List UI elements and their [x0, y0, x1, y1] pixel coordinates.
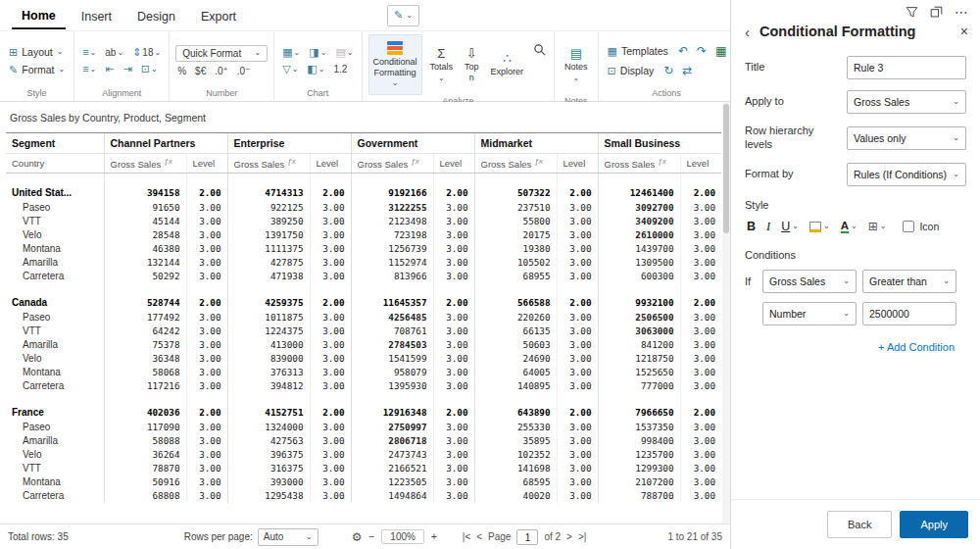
- table-row[interactable]: Paseo916503.009221253.0031222553.0023751…: [6, 201, 721, 215]
- redo-icon[interactable]: ↷: [695, 43, 709, 59]
- font-size-value: 18: [142, 48, 153, 58]
- value-cell: 91650: [104, 201, 186, 215]
- expand-icon[interactable]: [930, 6, 943, 19]
- value-cell: 3.00: [433, 448, 474, 462]
- vertical-scrollbar[interactable]: [722, 102, 730, 524]
- condition-field-select[interactable]: Gross Sales⌄: [762, 270, 857, 293]
- condition-value-input[interactable]: [862, 302, 956, 325]
- conditional-formatting-button[interactable]: Conditional Formatting ⌄: [368, 34, 422, 95]
- table-row[interactable]: VTT642423.0012243753.007087613.00661353.…: [6, 324, 721, 338]
- border-button[interactable]: ⊞⌄: [866, 218, 889, 235]
- add-condition-link[interactable]: + Add Condition: [731, 341, 955, 353]
- fill-color-button[interactable]: ⌄: [808, 220, 832, 234]
- table-row[interactable]: Velo285483.0013917503.007231983.00201753…: [6, 228, 721, 242]
- table-row[interactable]: Montana463803.0011113753.0012567393.0019…: [6, 242, 721, 256]
- increase-decimal-button[interactable]: .0⁺: [213, 66, 230, 77]
- tab-home[interactable]: Home: [12, 1, 66, 29]
- indent-decrease-button[interactable]: ⇤: [103, 63, 116, 75]
- percent-format-button[interactable]: %: [175, 66, 188, 77]
- totals-button[interactable]: Σ Totals ⌄: [426, 34, 458, 95]
- indent-increase-button[interactable]: ⇥: [122, 63, 134, 75]
- table-row[interactable]: Montana580683.003763133.009580793.006400…: [6, 366, 721, 379]
- table-row[interactable]: United Stat...3941582.0047143132.0091921…: [6, 185, 721, 201]
- table-row[interactable]: Canada5287442.0042593752.00116453572.005…: [6, 295, 721, 311]
- table-row[interactable]: VTT788703.003163753.0021665213.001416983…: [6, 462, 721, 475]
- refresh-icon[interactable]: ↻: [662, 63, 675, 78]
- chart-type-button-5[interactable]: ◧⌄: [305, 63, 326, 75]
- rows-per-page-select[interactable]: Auto⌄: [258, 528, 318, 546]
- table-row[interactable]: Velo362643.003963753.0024737433.00102352…: [6, 448, 721, 462]
- table-row[interactable]: Montana509163.003930003.0012235053.00685…: [6, 475, 721, 489]
- underline-button[interactable]: U⌄: [779, 218, 801, 235]
- table-row[interactable]: Carretera1172163.003948123.0013959303.00…: [6, 379, 721, 393]
- value-cell: 68955: [474, 270, 557, 283]
- format-by-select[interactable]: Rules (If Conditions)⌄: [847, 163, 966, 186]
- quick-format-select[interactable]: Quick Format⌄: [175, 45, 268, 62]
- apply-button[interactable]: Apply: [900, 511, 968, 538]
- decrease-decimal-button[interactable]: .0⁻: [235, 66, 253, 77]
- icon-checkbox[interactable]: Icon: [903, 221, 939, 232]
- gross-sales-header: Gross Salesƒx: [104, 154, 186, 174]
- swap-icon[interactable]: ⇄: [680, 63, 694, 78]
- tab-insert[interactable]: Insert: [72, 2, 122, 28]
- export-grid-icon[interactable]: ▦: [713, 43, 728, 59]
- chart-type-button-1[interactable]: ▦⌄: [280, 46, 302, 59]
- tab-design[interactable]: Design: [127, 2, 185, 28]
- zoom-in-button[interactable]: +: [431, 531, 437, 542]
- display-button[interactable]: ⊡Display: [605, 64, 658, 77]
- chart-type-button-2[interactable]: ◨⌄: [307, 46, 328, 59]
- format-button[interactable]: ✎ Format ⌄: [6, 63, 68, 76]
- next-page-button[interactable]: >: [566, 531, 572, 542]
- explorer-button[interactable]: ∴ Explorer: [487, 34, 528, 95]
- scrollbar-thumb[interactable]: [723, 104, 729, 233]
- close-icon[interactable]: ×: [960, 24, 968, 39]
- filter-icon[interactable]: [906, 6, 918, 19]
- more-options-icon[interactable]: ⋯: [955, 5, 968, 19]
- table-row[interactable]: Carretera688083.0012954383.0014948643.00…: [6, 489, 721, 503]
- templates-button[interactable]: ▦Templates: [605, 44, 671, 58]
- font-color-button[interactable]: A⌄: [839, 218, 859, 236]
- condition-operator-select[interactable]: Greater than⌄: [862, 270, 956, 293]
- conditional-formatting-icon: [387, 41, 403, 55]
- row-hierarchy-select[interactable]: Values only⌄: [847, 126, 966, 150]
- table-row[interactable]: Amarilla580883.004275633.0028067183.0035…: [6, 434, 721, 448]
- layout-button[interactable]: ⊞ Layout ⌄: [6, 45, 66, 59]
- table-row[interactable]: VTT451443.003892503.0021234983.00558003.…: [6, 215, 721, 228]
- currency-format-button[interactable]: $€: [193, 66, 208, 77]
- decimal-places-button[interactable]: 1.2: [331, 64, 349, 75]
- prev-page-button[interactable]: <: [476, 531, 482, 542]
- first-page-button[interactable]: |<: [463, 531, 470, 542]
- last-page-button[interactable]: >|: [578, 531, 586, 542]
- align-button[interactable]: ≡⌄: [80, 46, 98, 59]
- undo-icon[interactable]: ↶: [676, 43, 690, 59]
- back-chevron-icon[interactable]: ‹: [745, 25, 750, 39]
- top-n-button[interactable]: ⇩ Top n: [461, 34, 483, 95]
- table-row[interactable]: France4020362.0041527512.00129163482.006…: [6, 405, 721, 421]
- tab-export[interactable]: Export: [191, 2, 246, 28]
- edit-mode-button[interactable]: ✎ ⌄: [387, 5, 419, 26]
- condition-value-type-select[interactable]: Number⌄: [762, 302, 857, 325]
- font-size-control[interactable]: ⇕18⌄: [130, 46, 163, 59]
- wrap-text-button[interactable]: ab⌄: [103, 47, 125, 59]
- chevron-down-icon: ⌄: [406, 12, 413, 20]
- settings-gear-icon[interactable]: ⚙: [352, 530, 363, 544]
- table-row[interactable]: Paseo1170903.0013240003.0027509973.00255…: [6, 421, 721, 434]
- chart-type-button-4[interactable]: ▽⌄: [280, 63, 300, 75]
- borders-button[interactable]: ⊡⌄: [139, 63, 160, 75]
- notes-button[interactable]: ▤ Notes ⌄: [561, 34, 592, 95]
- table-row[interactable]: Amarilla1321443.004278753.0011529743.001…: [6, 256, 721, 270]
- table-row[interactable]: Amarilla753783.004130003.0027845033.0050…: [6, 338, 721, 352]
- back-button[interactable]: Back: [827, 511, 892, 538]
- italic-button[interactable]: I: [764, 218, 772, 236]
- table-row[interactable]: Carretera502923.004719383.008139663.0068…: [6, 270, 721, 283]
- apply-to-select[interactable]: Gross Sales⌄: [847, 90, 966, 114]
- table-row[interactable]: Paseo1774923.0010118753.0042564853.00220…: [6, 311, 721, 324]
- valign-button[interactable]: ≡⌄: [80, 63, 98, 75]
- search-icon[interactable]: [531, 40, 548, 62]
- zoom-out-button[interactable]: −: [369, 531, 375, 542]
- chart-type-button-3[interactable]: ▤⌄: [333, 46, 355, 59]
- rule-title-input[interactable]: [847, 56, 966, 79]
- page-number-input[interactable]: 1: [516, 529, 538, 545]
- bold-button[interactable]: B: [745, 218, 758, 235]
- table-row[interactable]: Velo363483.008390003.0015415993.00246903…: [6, 352, 721, 366]
